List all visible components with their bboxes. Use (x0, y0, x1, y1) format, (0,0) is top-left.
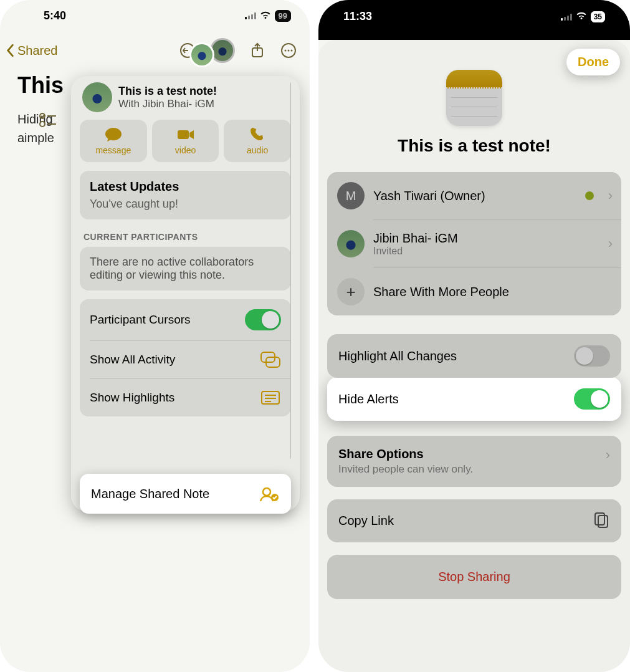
hide-alerts-toggle[interactable] (574, 388, 610, 410)
activity-icon (260, 351, 281, 368)
svg-rect-14 (178, 130, 189, 139)
collaborator-avatar-highlight (189, 42, 214, 67)
presence-dot-icon (585, 191, 594, 200)
video-button[interactable]: video (152, 120, 219, 162)
hide-alerts-row[interactable]: Hide Alerts (327, 377, 621, 421)
message-button[interactable]: message (80, 120, 147, 162)
stop-sharing-label: Stop Sharing (327, 555, 621, 599)
status-bar: 11:33 35 (318, 10, 630, 23)
notes-app-icon (446, 70, 502, 126)
wifi-icon (260, 9, 271, 22)
status-time: 5:40 (44, 9, 66, 22)
invitee-avatar (337, 230, 365, 257)
more-icon[interactable] (280, 42, 297, 59)
copy-link-card[interactable]: Copy Link (327, 499, 621, 542)
owner-name: Yash Tiwari (Owner) (373, 189, 485, 203)
latest-updates-block[interactable]: Latest Updates You've caught up! (80, 171, 291, 219)
participants-header: CURRENT PARTICIPANTS (80, 228, 291, 247)
svg-point-5 (291, 50, 293, 52)
hide-alerts-label: Hide Alerts (338, 392, 399, 406)
right-screenshot: 11:33 35 This is a test note! M Yash Tiw… (318, 0, 630, 672)
popover-title: This is a test note! (118, 85, 217, 98)
copy-icon (593, 511, 610, 531)
invitee-row[interactable]: Jibin Bhai- iGM Invited › (327, 220, 621, 267)
show-highlights-row[interactable]: Show Highlights (80, 379, 291, 416)
svg-rect-24 (598, 516, 608, 527)
popover-scrollbar[interactable] (290, 82, 291, 459)
copy-link-label: Copy Link (338, 514, 394, 528)
wifi-icon (576, 10, 587, 23)
invitee-status: Invited (373, 246, 458, 257)
collaboration-popover: This is a test note! With Jibin Bhai- iG… (71, 76, 300, 511)
highlight-changes-card: Highlight All Changes (327, 334, 621, 378)
sheet-title: This is a test note! (318, 136, 630, 156)
cursors-label: Participant Cursors (90, 313, 191, 327)
highlight-changes-row[interactable]: Highlight All Changes (327, 334, 621, 378)
share-options-title: Share Options (338, 447, 473, 461)
participants-empty: There are no active collaborators editin… (90, 256, 281, 282)
back-label: Shared (17, 44, 58, 58)
svg-point-4 (288, 50, 290, 52)
show-activity-row[interactable]: Show All Activity (80, 341, 291, 378)
audio-button[interactable]: audio (224, 120, 291, 162)
highlights-icon (260, 389, 281, 406)
share-more-row[interactable]: + Share With More People (327, 268, 621, 315)
audio-label: audio (247, 145, 268, 155)
people-card: M Yash Tiwari (Owner) › Jibin Bhai- iGM … (327, 172, 621, 315)
message-label: message (95, 145, 131, 155)
battery-badge: 99 (275, 10, 291, 22)
plus-icon: + (337, 278, 365, 305)
nav-bar: Shared (0, 31, 310, 66)
manage-shared-note-row[interactable]: Manage Shared Note (80, 474, 291, 514)
svg-rect-23 (595, 513, 604, 525)
share-options-card[interactable]: Share Options Invited people can view on… (327, 436, 621, 487)
popover-avatar-icon (82, 82, 112, 112)
share-more-label: Share With More People (373, 285, 509, 299)
share-options-subtitle: Invited people can view only. (338, 463, 473, 476)
cellular-icon (245, 12, 256, 19)
done-button[interactable]: Done (566, 49, 620, 75)
chevron-right-icon: › (608, 236, 613, 252)
svg-point-3 (285, 50, 287, 52)
settings-list: Participant Cursors Show All Activity Sh… (80, 299, 291, 416)
invitee-name: Jibin Bhai- iGM (373, 231, 458, 246)
manage-icon (259, 485, 280, 502)
manage-shared-note-sheet: This is a test note! M Yash Tiwari (Owne… (318, 40, 630, 672)
avatar-icon (212, 40, 233, 61)
status-time: 11:33 (343, 10, 372, 23)
manage-label: Manage Shared Note (91, 487, 209, 501)
video-label: video (175, 145, 196, 155)
updates-caughtup: You've caught up! (90, 198, 281, 211)
highlight-toggle[interactable] (574, 345, 610, 367)
stop-sharing-card[interactable]: Stop Sharing (327, 555, 621, 599)
left-screenshot: 5:40 99 Shared (0, 0, 310, 672)
owner-row[interactable]: M Yash Tiwari (Owner) › (327, 172, 621, 219)
participants-block: There are no active collaborators editin… (80, 247, 291, 290)
back-button[interactable]: Shared (5, 44, 58, 58)
chevron-right-icon: › (608, 188, 613, 204)
cellular-icon (561, 13, 572, 21)
participant-cursors-row[interactable]: Participant Cursors (80, 299, 291, 340)
svg-point-21 (263, 488, 270, 496)
svg-point-8 (40, 122, 45, 127)
cursors-toggle[interactable] (245, 309, 281, 330)
highlight-label: Highlight All Changes (338, 349, 457, 363)
popover-subtitle: With Jibin Bhai- iGM (118, 98, 217, 110)
owner-avatar: M (337, 182, 365, 209)
checklist-icon[interactable] (37, 109, 59, 130)
battery-badge: 35 (591, 11, 605, 22)
highlights-label: Show Highlights (90, 391, 174, 405)
status-bar: 5:40 99 (0, 0, 310, 31)
chevron-right-icon: › (606, 447, 610, 463)
share-icon[interactable] (249, 42, 266, 59)
updates-title: Latest Updates (90, 180, 281, 194)
activity-label: Show All Activity (90, 353, 175, 367)
